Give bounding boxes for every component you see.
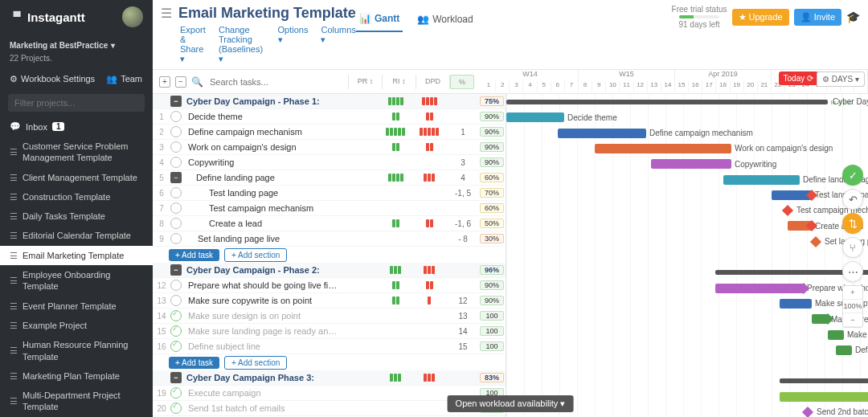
gantt-section-bar[interactable] — [780, 378, 868, 383]
sidebar-project[interactable]: ☰Customer Service Problem Management Tem… — [0, 137, 153, 168]
task-row[interactable]: 12Prepare what should be going live fi…9… — [153, 278, 506, 293]
header-menu-item[interactable]: Export & Share ▾ — [180, 25, 206, 64]
collapse-icon[interactable]: − — [170, 264, 182, 276]
header-menu-item[interactable]: Columns ▾ — [321, 25, 355, 64]
col-pr[interactable]: PR ↕ — [349, 75, 383, 89]
inbox[interactable]: 💬Inbox1 — [0, 117, 153, 137]
team-link[interactable]: 👥Team — [106, 74, 142, 84]
filter-projects-input[interactable] — [8, 94, 145, 112]
sidebar-project[interactable]: ☰Event Planner Template — [0, 296, 153, 316]
task-row[interactable]: 9Set landing page live- 830% — [153, 231, 506, 247]
check-icon[interactable] — [170, 310, 182, 321]
gantt-label: Decide theme — [567, 113, 617, 122]
check-icon[interactable] — [170, 403, 182, 414]
sidebar-project[interactable]: ☰Example Project — [0, 316, 153, 335]
upgrade-button[interactable]: ★Upgrade — [732, 9, 789, 26]
invite-button[interactable]: 👤Invite — [794, 9, 841, 26]
task-row[interactable]: 5−Define landing page460% — [153, 170, 506, 186]
workload-availability-button[interactable]: Open workload availability ▾ — [448, 395, 574, 412]
menu-icon[interactable]: ☰ — [161, 6, 172, 21]
expand-all-button[interactable]: + — [159, 76, 170, 88]
tab-workload[interactable]: 👥Workload — [414, 10, 476, 31]
check-button[interactable]: ✓ — [842, 165, 863, 186]
task-row[interactable]: 6Test landing page-1, 570% — [153, 186, 506, 201]
section-row[interactable]: −Cyber Day Campaign - Phase 2:96% — [153, 263, 506, 278]
add-task-button[interactable]: + Add task — [169, 357, 219, 369]
gantt-bar[interactable]: Make sure copywri — [780, 299, 812, 309]
col-pct[interactable]: % — [450, 75, 474, 89]
gantt-bar[interactable]: Copywriting — [651, 159, 731, 169]
sidebar-project[interactable]: ☰Client Management Template — [0, 168, 153, 187]
section-row[interactable]: −Cyber Day Campaign - Phase 1:75% — [153, 94, 506, 109]
task-row[interactable]: 2Define campaign mechanism190% — [153, 125, 506, 140]
days-button[interactable]: ⚙ DAYS ▾ — [817, 72, 865, 87]
gantt-bar[interactable]: Work on campaign's design — [595, 144, 731, 153]
gantt-bar[interactable]: Define subject — [836, 345, 852, 355]
task-row[interactable]: 7Test campaign mechanism60% — [153, 201, 506, 216]
check-icon[interactable] — [170, 341, 182, 352]
add-task-button[interactable]: + Add task — [169, 249, 219, 261]
check-icon[interactable] — [170, 280, 182, 291]
graduation-icon[interactable]: 🎓 — [846, 10, 860, 23]
sidebar-project[interactable]: ☰Human Resource Planning Template — [0, 335, 153, 366]
check-icon[interactable] — [170, 233, 182, 244]
check-icon[interactable] — [170, 111, 182, 122]
zoom-control[interactable]: +100%− — [842, 285, 863, 328]
check-icon[interactable] — [170, 218, 182, 229]
gantt-section-bar[interactable] — [506, 100, 828, 104]
undo-button[interactable]: ↶ — [842, 189, 863, 210]
check-icon[interactable] — [170, 325, 182, 337]
add-section-button[interactable]: + Add section — [224, 356, 287, 370]
avatar[interactable] — [122, 6, 143, 27]
section-row[interactable]: −Cyber Day Campaign Phase 3:83% — [153, 370, 506, 386]
gantt-bar[interactable]: Execute camp — [780, 392, 868, 402]
sidebar-project[interactable]: ☰Editorial Calendar Template — [0, 226, 153, 245]
collapse-all-button[interactable]: − — [175, 76, 186, 88]
collapse-icon[interactable]: − — [170, 96, 182, 107]
gantt-milestone[interactable] — [782, 205, 793, 216]
check-icon[interactable] — [170, 187, 182, 198]
task-row[interactable]: 3Work on campaign's design90% — [153, 140, 506, 155]
search-input[interactable] — [208, 76, 343, 88]
collapse-icon[interactable]: − — [170, 172, 182, 183]
check-icon[interactable] — [170, 126, 182, 137]
sidebar-project[interactable]: ☰Email Marketing Template — [0, 246, 153, 265]
today-button[interactable]: Today ⟳ — [779, 72, 818, 85]
collapse-icon[interactable]: − — [170, 372, 182, 383]
check-icon[interactable] — [170, 202, 182, 214]
task-row[interactable]: 1Decide theme90% — [153, 109, 506, 125]
sidebar-project[interactable]: ☰Employee Onboarding Template — [0, 265, 153, 296]
header-menu-item[interactable]: Options ▾ — [278, 25, 309, 64]
check-icon[interactable] — [170, 387, 182, 399]
gantt-milestone[interactable] — [810, 236, 821, 247]
add-section-button[interactable]: + Add section — [224, 248, 287, 262]
task-row[interactable]: 16Define subject line15100 — [153, 339, 506, 354]
task-row[interactable]: 13Make sure copywrite is on point1290% — [153, 293, 506, 309]
gantt-bar[interactable]: Define landing page — [723, 175, 800, 185]
gantt-bar[interactable]: Define campaign mechanism — [558, 129, 646, 138]
sidebar-project[interactable]: ☰Construction Template — [0, 187, 153, 206]
gantt-bar[interactable]: Decide theme — [506, 112, 564, 122]
col-ri[interactable]: RI ↕ — [383, 75, 416, 89]
check-icon[interactable] — [170, 157, 182, 168]
gantt-bar[interactable]: Prepare what should — [715, 284, 804, 293]
workbook-settings[interactable]: ⚙Workbook Settings — [10, 74, 95, 84]
task-row[interactable]: 14Make sure design is on point13100 — [153, 309, 506, 324]
col-dpd[interactable]: DPD — [416, 75, 450, 89]
header-menu-item[interactable]: Change Tracking (Baselines) ▾ — [219, 25, 265, 64]
sidebar-project[interactable]: ☰Daily Tasks Template — [0, 206, 153, 226]
sidebar-project[interactable]: ☰Multi-Department Project Template — [0, 386, 153, 417]
sidebar-project[interactable]: ☰Marketing Plan Template — [0, 366, 153, 386]
gantt-bar[interactable]: Make sure lan — [828, 330, 844, 340]
sort-button[interactable]: ⇅ — [842, 213, 863, 234]
more-button[interactable]: ⋯ — [842, 261, 863, 282]
task-row[interactable]: 8Create a lead-1, 650% — [153, 216, 506, 231]
branch-button[interactable]: ⑂ — [842, 237, 863, 258]
tab-gantt[interactable]: 📊Gantt — [356, 10, 403, 32]
workspace-name[interactable]: Marketing at BestPractice ▾ — [0, 34, 153, 54]
gantt-milestone[interactable] — [802, 407, 813, 417]
task-row[interactable]: 4Copywriting390% — [153, 155, 506, 170]
check-icon[interactable] — [170, 295, 182, 306]
check-icon[interactable] — [170, 141, 182, 153]
task-row[interactable]: 15Make sure landing page is ready an…141… — [153, 324, 506, 339]
